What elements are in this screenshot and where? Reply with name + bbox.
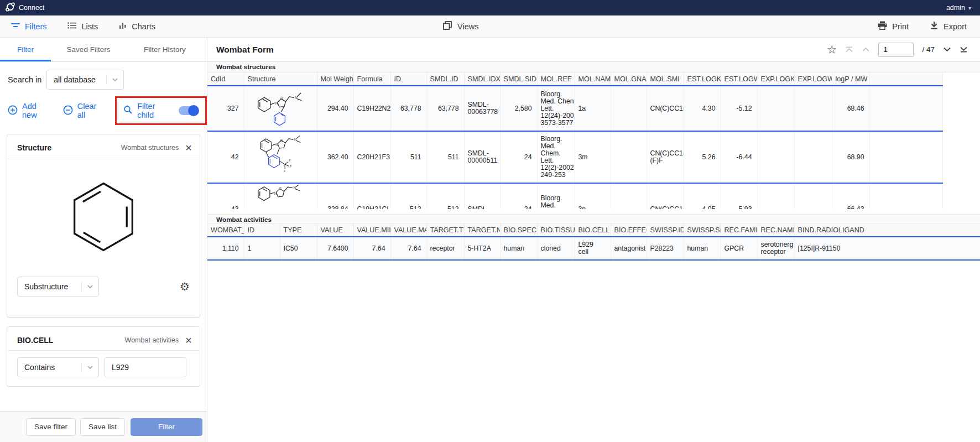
record-number-input[interactable] [878,43,914,57]
column-header[interactable]: SMDL.IDX [464,72,500,86]
table-row[interactable]: 42 ONN FFF 362.40C20H21F3511511SMDL- 000… [207,131,942,183]
cell-value: 512 [410,206,421,210]
filter-child-control[interactable]: Filter child [123,102,173,119]
column-header[interactable]: EST.LOGW [721,72,757,86]
last-record-icon[interactable] [960,46,968,53]
column-header[interactable]: CdId [207,72,244,86]
save-filter-button[interactable]: Save filter [26,418,76,436]
activities-section-label: Wombat activities [207,214,980,224]
svg-text:F: F [289,159,291,162]
svg-text:N: N [275,143,278,147]
cell-value: 327 [227,105,239,112]
column-header[interactable]: logP / MW [832,72,869,86]
cell-value: Bioorg. Med. Chem. Lett. 12(2)-2002 249-… [541,136,574,179]
tab-filter[interactable]: Filter [0,38,51,61]
column-header[interactable]: ID [244,224,280,237]
column-header[interactable]: BIO.SPECI [500,224,537,237]
cell-value: 5-HT2A [468,245,491,252]
column-header[interactable]: SMDL.ID [426,72,464,86]
column-header[interactable]: BIND.RADIOLIGAND [794,224,980,237]
column-header[interactable]: ID [390,72,426,86]
clear-all-button[interactable]: Clear all [63,102,106,119]
filter-child-highlight-box: Filter child [115,96,207,125]
close-icon[interactable]: × [185,336,192,345]
structure-sketch-canvas[interactable] [7,159,200,274]
column-header[interactable]: Mol Weigh [317,72,353,86]
molecule-structure-image: ONN FFF [248,132,314,182]
gear-icon[interactable]: ⚙ [180,280,190,293]
save-list-button[interactable]: Save list [80,418,125,436]
user-menu[interactable]: admin ▾ [946,4,971,12]
cell-value: CN(C)CC1( [650,206,684,210]
column-header[interactable]: SMDL.SID [500,72,537,86]
column-header[interactable]: TARGET.N [464,224,500,237]
activities-table: WOMBAT_IDTYPEVALUEVALUE.MIIVALUE.MATARGE… [207,224,980,261]
cell-value: 511 [448,154,459,161]
column-header[interactable]: SWISSP.ID [647,224,684,237]
filters-button[interactable]: Filters [11,22,46,31]
first-record-icon[interactable] [845,46,853,53]
cell-value: CN(C)CC1( [650,105,684,112]
cell-value: 1 [248,245,252,252]
database-select[interactable]: all database [46,70,124,90]
views-squares-icon [442,20,452,32]
cell-value: -6.44 [736,154,752,161]
svg-text:N: N [294,138,296,142]
column-header[interactable]: VALUE [317,224,353,237]
column-header[interactable]: MOL.GNAI [611,72,647,86]
column-header[interactable]: REC.FAMIL [721,224,757,237]
column-header[interactable]: BIO.EFFEC [611,224,647,237]
cell-value: GPCR [724,245,744,252]
table-row[interactable]: 327 ONN 294.40C19H22N263,77863,778SMDL- … [207,86,942,131]
tab-filter-history[interactable]: Filter History [126,38,204,61]
previous-record-icon[interactable] [862,47,870,52]
column-header[interactable]: REC.NAMI [757,224,794,237]
export-button[interactable]: Export [930,21,967,32]
top-navbar: Connect admin ▾ [0,0,980,15]
column-header[interactable]: EXP.LOGK( [757,72,794,86]
print-button[interactable]: Print [878,21,909,32]
column-header[interactable]: TYPE [280,224,317,237]
filter-child-toggle[interactable] [179,106,199,115]
column-header[interactable]: BIO.CELL [575,224,611,237]
download-icon [930,21,939,32]
next-record-icon[interactable] [943,47,951,52]
views-button[interactable]: Views [442,20,478,32]
chevron-down-icon [82,366,98,369]
column-header[interactable]: WOMBAT_ [207,224,244,237]
cell-value: 7.6400 [327,245,348,252]
table-row[interactable]: 43 ONN 328.84C19H21Cl512512SMDL-24Bioorg… [207,183,942,209]
column-header[interactable]: MOL.NAM [575,72,611,86]
tab-saved-filters[interactable]: Saved Filters [51,38,126,61]
column-header[interactable]: TARGET.TY [426,224,464,237]
cell-value: 2,580 [515,105,532,112]
column-header[interactable]: MOL.REF [537,72,575,86]
column-header[interactable]: Formula [353,72,390,86]
cell-value: 362.40 [327,154,348,161]
favorite-star-icon[interactable]: ☆ [827,44,837,55]
column-header[interactable]: VALUE.MII [353,224,390,237]
column-header[interactable]: EST.LOGK( [684,72,721,86]
column-header[interactable]: BIO.TISSUI [537,224,575,237]
column-header[interactable]: Structure [244,72,317,86]
cell-value: human [504,245,525,252]
column-header[interactable]: SWISSP.SF [684,224,721,237]
column-header[interactable]: EXP.LOGW [794,72,832,86]
cell-value: -5.93 [736,206,752,210]
cell-value: P28223 [650,245,674,252]
column-header[interactable]: VALUE.MA [390,224,426,237]
biocell-value-input[interactable] [105,357,186,377]
column-header[interactable]: MOL.SMI [647,72,684,86]
column-header[interactable] [869,72,942,86]
search-mode-select[interactable]: Substructure [17,277,99,297]
add-new-button[interactable]: Add new [8,102,53,119]
molecule-structure-image: ONN [248,185,313,208]
operator-select[interactable]: Contains [17,357,99,377]
table-row[interactable]: 1,1101IC507.64007.647.64receptor5-HT2Ahu… [207,237,980,260]
cell-value: 4.30 [702,105,716,112]
cell-value: C19H21Cl [357,206,389,210]
charts-button[interactable]: Charts [119,22,155,31]
lists-button[interactable]: Lists [67,22,98,31]
close-icon[interactable]: × [185,143,192,152]
filter-button[interactable]: Filter [131,418,202,436]
